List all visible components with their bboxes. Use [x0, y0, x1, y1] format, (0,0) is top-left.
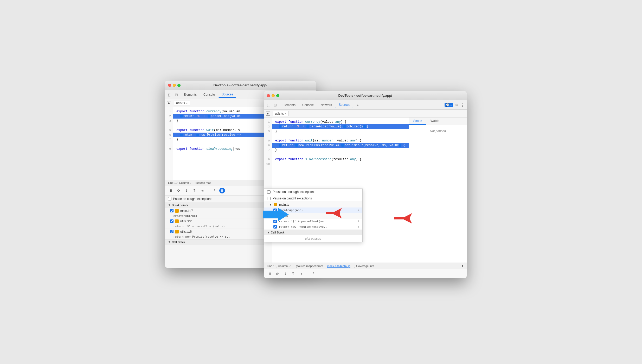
gear-icon-front[interactable]: ⚙: [455, 103, 459, 107]
svg-rect-4: [394, 217, 410, 219]
return-promise-label: return new Promise(resolve...: [279, 225, 329, 229]
file-tab-label-back: utils.ts: [176, 101, 185, 105]
tab-console-front[interactable]: Console: [299, 102, 317, 108]
bp-utils2-checkbox-back[interactable]: [170, 219, 174, 223]
close-button-front[interactable]: [267, 94, 270, 97]
return-promise-line: 6: [357, 225, 359, 229]
bp-utils6-checkbox-back[interactable]: [170, 230, 174, 233]
scope-tab-scope[interactable]: Scope: [409, 118, 426, 125]
dropdown-callstack-header[interactable]: ▼ Call Stack: [264, 230, 362, 235]
createapp-line: 7: [357, 209, 359, 212]
blackbox-btn-back[interactable]: /: [211, 188, 217, 193]
code-line-8-front: [275, 152, 406, 157]
file-tab-close-back[interactable]: ×: [186, 102, 188, 105]
step-over-btn-back[interactable]: ⤓: [184, 188, 189, 193]
file-icon-main-dropdown: [274, 203, 277, 206]
file-tab-utils-back[interactable]: utils.ts ×: [174, 101, 190, 106]
title-bar-front: DevTools - coffee-cart.netlify.app/: [264, 91, 467, 100]
chevron-icon-back: ▼: [168, 204, 171, 206]
dock-icon-front[interactable]: ⊡: [273, 102, 278, 108]
file-icon-utils2-back: [175, 219, 179, 223]
debug-toolbar-front: ⏸ ⟳ ⤓ ⤒ ⇥ / Pause on uncaught exceptions…: [264, 269, 467, 278]
tab-elements-front[interactable]: Elements: [279, 102, 299, 108]
return-parsefloat-line: 2: [357, 220, 359, 223]
file-icon-utils6-back: [175, 230, 179, 233]
line-numbers-back: 1 2 3 5 6 7 9: [165, 107, 173, 180]
bp-code-createapp-back: createApp(App): [173, 214, 197, 218]
status-link-front[interactable]: index.1ac4eab2.js: [327, 264, 350, 268]
step-over-btn-front[interactable]: ⤓: [283, 271, 288, 277]
step-out-btn-front[interactable]: ⇥: [298, 271, 304, 277]
step-into-btn-front[interactable]: ⤒: [290, 271, 296, 277]
dropdown-callstack-label: Call Stack: [271, 231, 285, 234]
dock-icon[interactable]: ⊡: [174, 92, 179, 97]
maximize-button-back[interactable]: [177, 84, 181, 87]
dropdown-pause-uncaught[interactable]: Pause on uncaught exceptions: [264, 189, 362, 195]
status-suffix2-front: ) Coverage: n/a: [355, 264, 374, 268]
tab-console-back[interactable]: Console: [200, 92, 218, 98]
pause-uncaught-label: Pause on uncaught exceptions: [273, 190, 315, 194]
red-arrow-1: [326, 208, 342, 219]
blue-arrow: [263, 208, 289, 222]
step-back-btn-back[interactable]: ⟳: [176, 188, 182, 193]
tab-network-front[interactable]: Network: [317, 102, 335, 108]
pause-uncaught-checkbox[interactable]: [267, 190, 271, 194]
tab-more-front[interactable]: »: [354, 102, 362, 108]
scope-not-paused: Not paused: [409, 125, 467, 137]
tab-elements-back[interactable]: Elements: [181, 92, 200, 98]
bp-main-checkbox-back[interactable]: [170, 209, 174, 212]
dropdown-group-maints[interactable]: ▼ main.ts: [264, 202, 362, 207]
chevron-callstack-back: ▼: [168, 240, 171, 243]
status-suffix-back: (source map: [195, 181, 211, 184]
pause-caught-label-back: Pause on caught exceptions: [173, 197, 212, 201]
tab-sources-back[interactable]: Sources: [219, 92, 236, 98]
window-title-back: DevTools - coffee-cart.netlify.app/: [214, 83, 267, 87]
pause-btn-front[interactable]: ⏸: [267, 271, 273, 277]
tab-sources-front[interactable]: Sources: [336, 102, 353, 108]
code-line-9-front: export function slowProcessing(results: …: [275, 157, 406, 162]
file-tab-label-front: utils.ts: [275, 112, 284, 115]
step-into-btn-back[interactable]: ⤒: [191, 188, 197, 193]
traffic-lights-front: [267, 94, 279, 97]
dropdown-return-promise[interactable]: return new Promise(resolve... 6: [264, 224, 362, 230]
bp-group-name-main-back: main.ts:7: [180, 209, 193, 213]
code-line-2-front: return '$' + parseFloat(value).toFixed(2…: [272, 124, 409, 129]
scope-tab-watch[interactable]: Watch: [426, 118, 444, 125]
chevron-callstack-dropdown: ▼: [267, 231, 270, 234]
traffic-lights-back: [168, 84, 181, 87]
breakpoints-label-back: Breakpoints: [172, 204, 188, 207]
window-title-front: DevTools - coffee-cart.netlify.app/: [338, 94, 392, 98]
devtools-window-front: DevTools - coffee-cart.netlify.app/ ⬚ ⊡ …: [264, 91, 467, 278]
step-out-btn-back[interactable]: ⇥: [199, 188, 205, 193]
step-back-btn-front[interactable]: ⟳: [275, 271, 280, 277]
pause-caught-checkbox-back[interactable]: [168, 197, 171, 200]
red-arrow-2: [394, 213, 412, 225]
file-tab-utils-front[interactable]: utils.ts ×: [273, 111, 289, 116]
file-tab-close-front[interactable]: ×: [285, 112, 286, 115]
blackbox-btn-front[interactable]: /: [310, 271, 316, 277]
pause-caught-checkbox[interactable]: [267, 197, 271, 200]
return-promise-checkbox[interactable]: [273, 225, 277, 229]
bp-code-utils2-back: return '$' + parseFloat(value)....: [173, 225, 232, 228]
devtools-tab-bar-front: ⬚ ⊡ Elements Console Network Sources » 💬…: [264, 100, 467, 110]
ellipsis-icon-front[interactable]: ⋮: [461, 103, 465, 107]
bp-group-name-utils2-back: utils.ts:2: [180, 219, 192, 223]
status-text-front: Line 13, Column 51: [267, 264, 292, 268]
cursor-icon-front[interactable]: ⬚: [266, 102, 271, 108]
close-button-back[interactable]: [168, 84, 171, 87]
minimize-button-front[interactable]: [272, 94, 275, 97]
scope-tabs-front: Scope Watch: [409, 118, 467, 125]
cursor-icon[interactable]: ⬚: [167, 92, 172, 97]
download-icon[interactable]: ⬇: [461, 264, 464, 268]
maximize-button-front[interactable]: [276, 94, 279, 97]
async-btn-back[interactable]: ⏸: [219, 188, 225, 193]
code-line-4-front: [275, 134, 406, 138]
pause-btn-back[interactable]: ⏸: [168, 188, 174, 193]
debug-sep-back: [208, 188, 208, 193]
dropdown-not-paused: Not paused: [264, 235, 362, 242]
dropdown-pause-caught[interactable]: Pause on caught exceptions: [264, 195, 362, 202]
scope-panel-front: Scope Watch Not paused: [409, 118, 467, 263]
code-line-7-front: }: [275, 148, 406, 152]
minimize-button-back[interactable]: [173, 84, 176, 87]
debug-sep-front: [307, 272, 307, 276]
